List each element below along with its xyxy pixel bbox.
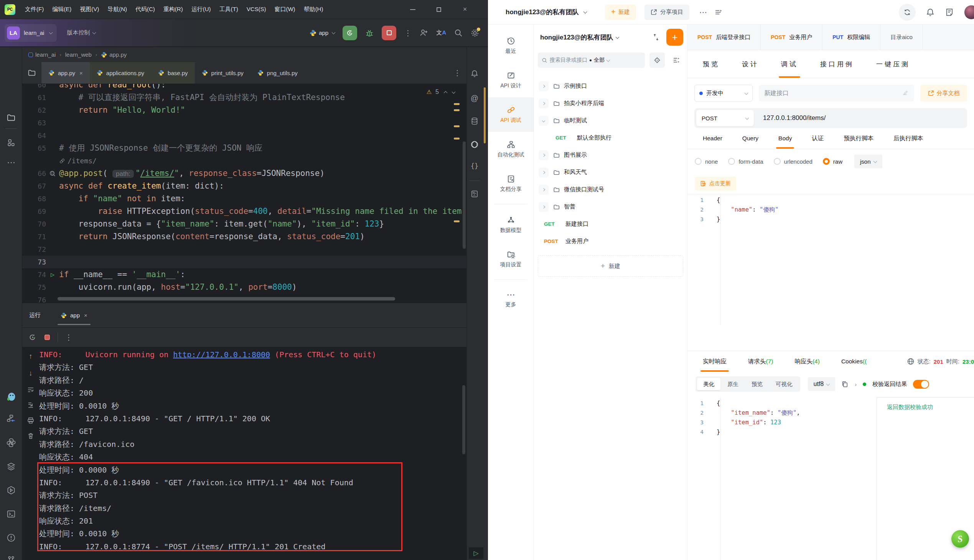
- vcs-widget[interactable]: 版本控制: [67, 29, 95, 37]
- edit-pencil-icon[interactable]: [902, 90, 909, 97]
- menu-item[interactable]: 运行(U): [187, 4, 215, 15]
- code-editor[interactable]: 60async def read_root():61 # 可以直接返回字符串, …: [22, 84, 466, 303]
- terminal-icon[interactable]: [0, 509, 22, 518]
- tree-item[interactable]: 示例接口: [538, 77, 683, 95]
- chevron-right-icon[interactable]: [539, 150, 548, 160]
- menu-item[interactable]: 导航(N): [103, 4, 131, 15]
- encoding-select[interactable]: utf8: [808, 377, 835, 391]
- stop-icon[interactable]: [44, 334, 51, 341]
- tab-设计[interactable]: 设计: [742, 50, 759, 78]
- services-layers-icon[interactable]: [0, 462, 22, 471]
- notifications-bell-icon[interactable]: [467, 69, 482, 78]
- response-tab[interactable]: 响应头(4): [794, 351, 819, 372]
- problems-icon[interactable]: [0, 533, 22, 542]
- new-button[interactable]: + 新建: [605, 5, 636, 20]
- close-button[interactable]: ×: [457, 3, 473, 16]
- sidebar-item-docshare[interactable]: 文档分享: [488, 167, 534, 201]
- scroll-up-icon[interactable]: ↑: [22, 352, 39, 361]
- warning-stripe-mark[interactable]: [454, 109, 459, 111]
- json-tools-icon[interactable]: {}: [467, 162, 482, 170]
- code-line[interactable]: /items/: [22, 155, 466, 167]
- sidebar-item-more[interactable]: ⋯更多: [488, 283, 534, 317]
- menu-item[interactable]: 重构(R): [159, 4, 187, 15]
- warning-stripe-mark[interactable]: [454, 220, 459, 222]
- run-options-icon[interactable]: ⋮: [65, 333, 72, 342]
- copy-icon[interactable]: [841, 381, 849, 388]
- tree-item[interactable]: POST业务用户: [538, 233, 683, 250]
- chevron-down-icon[interactable]: [539, 116, 548, 126]
- code-line[interactable]: 64: [22, 129, 466, 142]
- code-line[interactable]: 68 if "name" not in item:: [22, 192, 466, 205]
- folder-icon[interactable]: [22, 62, 42, 83]
- tab-接口用例[interactable]: 接口用例: [820, 50, 854, 78]
- body-format-select[interactable]: json: [854, 155, 882, 168]
- tree-new-button[interactable]: + 新建: [538, 255, 683, 277]
- view-mode-原生[interactable]: 原生: [721, 378, 745, 390]
- editor-tab[interactable]: print_utils.py: [195, 62, 251, 83]
- close-icon[interactable]: ×: [79, 70, 83, 76]
- editor-tab[interactable]: applications.py: [90, 62, 151, 83]
- code-line[interactable]: 74▷if __name__ == '__main__':: [22, 268, 466, 281]
- chevron-right-icon[interactable]: [539, 202, 548, 212]
- breadcrumb-package[interactable]: learn_web: [65, 52, 92, 58]
- request-tab-Header[interactable]: Header: [703, 128, 722, 149]
- code-line[interactable]: 66@app.post( path:"/items/", response_cl…: [22, 167, 466, 180]
- endpoints-icon[interactable]: [0, 414, 22, 423]
- body-type-none[interactable]: none: [695, 158, 718, 165]
- chevron-right-icon[interactable]: [539, 81, 548, 91]
- tab-调试[interactable]: 调试: [781, 50, 798, 78]
- tree-item[interactable]: 微信接口测试号: [538, 181, 683, 198]
- minimize-button[interactable]: [405, 3, 421, 16]
- url-input[interactable]: 127.0.0.1:8000/items/: [763, 114, 826, 122]
- ai-assistant-icon[interactable]: @: [467, 94, 482, 103]
- sidebar-item-debug[interactable]: API 调试: [488, 97, 534, 132]
- api-status-select[interactable]: 开发中: [694, 85, 753, 102]
- menu-item[interactable]: 编辑(E): [48, 4, 75, 15]
- scroll-to-end-icon[interactable]: [22, 401, 39, 409]
- open-api-tab[interactable]: PUT权限编辑: [822, 25, 880, 50]
- notifications-bell-icon[interactable]: [926, 8, 935, 17]
- request-tab-Query[interactable]: Query: [742, 128, 758, 149]
- project-folder-icon[interactable]: [0, 113, 22, 122]
- api-name-input[interactable]: 新建接口: [759, 85, 914, 102]
- changelog-doc-icon[interactable]: [945, 8, 954, 17]
- tab-options-icon[interactable]: ⋮: [453, 68, 461, 77]
- print-icon[interactable]: [22, 417, 39, 424]
- breadcrumb-project[interactable]: learn_ai: [28, 52, 56, 58]
- python-packages-icon[interactable]: [0, 438, 22, 447]
- code-line[interactable]: 72: [22, 243, 466, 256]
- rerun-button[interactable]: [342, 26, 357, 40]
- tree-item[interactable]: 智普: [538, 198, 683, 215]
- stop-button[interactable]: [382, 26, 396, 40]
- window-divider[interactable]: [482, 47, 488, 560]
- tree-item[interactable]: GET默认全部执行: [538, 129, 683, 147]
- tree-item[interactable]: GET新建接口: [538, 215, 683, 233]
- tab-预览[interactable]: 预览: [703, 50, 720, 78]
- soft-wrap-icon[interactable]: [22, 386, 39, 393]
- prev-problem-icon[interactable]: [444, 91, 448, 95]
- tree-item[interactable]: 拍卖小程序后端: [538, 95, 683, 112]
- tree-item[interactable]: 和风天气: [538, 164, 683, 181]
- editor-tab[interactable]: png_utils.py: [251, 62, 304, 83]
- run-tab-app[interactable]: app ×: [58, 303, 90, 327]
- more-tools-icon[interactable]: ⋯: [0, 158, 22, 168]
- view-mode-预览[interactable]: 预览: [745, 378, 769, 390]
- team-selector[interactable]: hongjie123@的私有团队: [506, 8, 586, 17]
- code-line[interactable]: 71 return JSONResponse(content=response_…: [22, 230, 466, 243]
- body-type-raw[interactable]: raw: [823, 158, 842, 165]
- body-type-form-data[interactable]: form-data: [728, 158, 763, 165]
- user-avatar[interactable]: [964, 5, 974, 20]
- maximize-button[interactable]: [431, 3, 446, 16]
- project-selector[interactable]: LA learn_ai: [5, 24, 57, 42]
- chevron-right-icon[interactable]: [539, 98, 548, 108]
- request-tab-认证[interactable]: 认证: [812, 128, 824, 149]
- validate-toggle[interactable]: [913, 380, 929, 389]
- sidebar-item-design[interactable]: API 设计: [488, 63, 534, 97]
- menu-item[interactable]: 文件(F): [21, 4, 48, 15]
- filter-selector[interactable]: 全部: [594, 57, 605, 63]
- open-api-tab[interactable]: 目录aico: [880, 25, 923, 50]
- next-problem-icon[interactable]: [452, 90, 456, 93]
- search-input[interactable]: 搜索目录或接口 全部: [538, 53, 645, 68]
- sidebar-item-autotest[interactable]: 自动化测试: [488, 132, 534, 167]
- api-gutter-icon[interactable]: [46, 167, 59, 180]
